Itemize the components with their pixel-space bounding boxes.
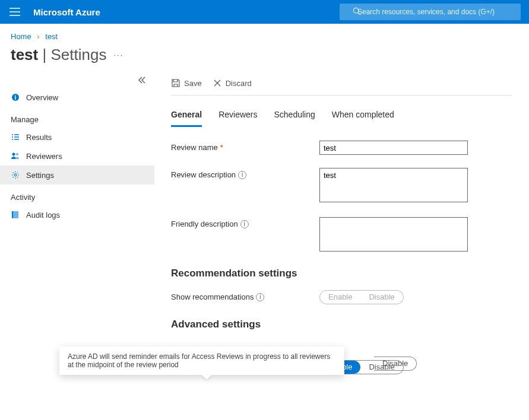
save-label: Save (184, 79, 202, 88)
info-icon[interactable]: i (256, 293, 264, 301)
breadcrumb-home[interactable]: Home (11, 32, 31, 41)
review-name-label: Review name * (171, 141, 319, 152)
title-bar: test | Settings ··· (0, 43, 529, 72)
discard-label: Discard (226, 79, 252, 88)
recommendation-heading: Recommendation settings (171, 268, 512, 279)
label-text: Review name (171, 143, 218, 152)
reminders-tooltip: Azure AD will send reminder emails for A… (59, 346, 344, 375)
sidebar-item-overview[interactable]: i Overview (0, 88, 154, 107)
people-icon (11, 151, 20, 161)
checklist-icon (11, 132, 20, 142)
title-sep: | (38, 46, 50, 63)
title-page: Settings (50, 46, 106, 63)
tab-reviewers[interactable]: Reviewers (218, 106, 257, 127)
search-icon (353, 7, 361, 17)
svg-point-6 (14, 174, 17, 176)
info-icon: i (11, 93, 20, 102)
friendly-description-input[interactable] (319, 217, 468, 252)
hamburger-icon (9, 8, 20, 16)
tab-completed[interactable]: When completed (332, 106, 394, 127)
advanced-row1-toggle[interactable]: Disable (374, 357, 417, 371)
svg-rect-8 (13, 211, 18, 218)
sidebar-label: Overview (26, 93, 58, 102)
sidebar-item-audit[interactable]: Audit logs (0, 205, 154, 224)
svg-point-5 (16, 153, 18, 155)
chevron-right-icon: › (37, 32, 39, 41)
menu-button[interactable] (0, 8, 30, 16)
svg-text:i: i (15, 94, 17, 101)
breadcrumb-item[interactable]: test (45, 32, 58, 41)
gear-icon (11, 170, 20, 180)
toggle-disable[interactable]: Disable (374, 357, 416, 370)
sidebar-label: Settings (26, 171, 54, 180)
save-button[interactable]: Save (171, 78, 202, 88)
sidebar-heading-manage: Manage (0, 107, 154, 128)
info-icon[interactable]: i (240, 220, 249, 228)
chevron-double-left-icon (138, 76, 146, 84)
tabs: General Reviewers Scheduling When comple… (171, 106, 512, 128)
page-title: test | Settings (11, 46, 106, 64)
show-recommendations-toggle: Enable Disable (319, 290, 404, 304)
discard-button[interactable]: Discard (213, 78, 252, 88)
search-wrap (340, 4, 529, 20)
close-icon (213, 78, 222, 88)
review-description-label: Review description i (171, 168, 319, 179)
book-icon (11, 210, 20, 219)
label-text: Review description (171, 170, 236, 179)
review-name-input[interactable] (319, 141, 468, 155)
sidebar-item-results[interactable]: Results (0, 128, 154, 147)
sidebar-label: Audit logs (26, 211, 60, 219)
sidebar-heading-activity: Activity (0, 184, 154, 205)
sidebar-label: Results (26, 133, 52, 142)
label-text: Show recommendations (171, 292, 254, 301)
friendly-description-label: Friendly description i (171, 217, 319, 228)
svg-point-0 (353, 8, 359, 13)
svg-point-4 (12, 153, 15, 156)
tab-scheduling[interactable]: Scheduling (274, 106, 315, 127)
advanced-heading: Advanced settings (171, 319, 512, 330)
sidebar-item-settings[interactable]: Settings (0, 166, 154, 184)
toggle-enable: Enable (320, 291, 360, 304)
required-indicator: * (220, 143, 223, 152)
label-text: Friendly description (171, 219, 238, 228)
toggle-disable: Disable (360, 291, 403, 304)
sidebar-label: Reviewers (26, 152, 62, 161)
toolbar: Save Discard (171, 72, 512, 96)
info-icon[interactable]: i (238, 171, 246, 179)
search-input[interactable] (340, 4, 521, 20)
sidebar-item-reviewers[interactable]: Reviewers (0, 147, 154, 166)
more-button[interactable]: ··· (113, 50, 123, 59)
svg-line-1 (358, 12, 360, 15)
collapse-button[interactable] (138, 76, 146, 86)
brand-label: Microsoft Azure (33, 7, 100, 17)
breadcrumb: Home › test (0, 24, 529, 43)
save-icon (171, 78, 180, 88)
review-description-input[interactable]: test (319, 168, 468, 202)
main-panel: Save Discard General Reviewers Schedulin… (154, 72, 529, 411)
top-bar: Microsoft Azure (0, 0, 529, 24)
show-recommendations-label: Show recommendations i (171, 290, 319, 301)
tooltip-text: Azure AD will send reminder emails for A… (68, 352, 330, 369)
tab-general[interactable]: General (171, 106, 202, 127)
title-name: test (11, 46, 38, 63)
